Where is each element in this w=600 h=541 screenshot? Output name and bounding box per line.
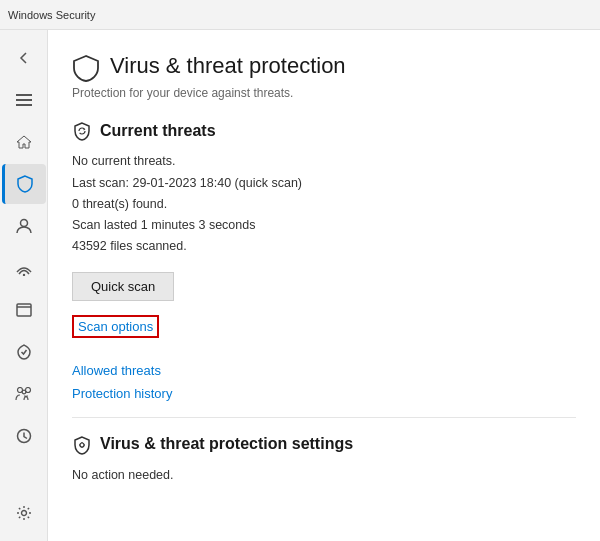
section-title-settings: Virus & threat protection settings <box>100 435 353 453</box>
sidebar-item-settings[interactable] <box>2 493 46 533</box>
allowed-threats-link[interactable]: Allowed threats <box>72 363 576 378</box>
sidebar-item-network[interactable] <box>2 248 46 288</box>
shield-icon <box>17 175 33 193</box>
scan-duration-text: Scan lasted 1 minutes 3 seconds <box>72 215 576 236</box>
svg-rect-1 <box>16 99 32 101</box>
account-icon <box>16 218 32 234</box>
main-content: Virus & threat protection Protection for… <box>48 30 600 541</box>
svg-rect-0 <box>16 94 32 96</box>
threats-icon <box>72 120 92 141</box>
sidebar-item-browser[interactable] <box>2 290 46 330</box>
sidebar-item-history[interactable] <box>2 416 46 456</box>
scan-options-link[interactable]: Scan options <box>72 315 159 338</box>
sidebar-item-back[interactable] <box>2 38 46 78</box>
current-threats-section: Current threats No current threats. Last… <box>72 120 576 401</box>
protection-history-link[interactable]: Protection history <box>72 386 576 401</box>
svg-point-3 <box>20 220 27 227</box>
files-scanned-text: 43592 files scanned. <box>72 236 576 257</box>
svg-rect-2 <box>16 104 32 106</box>
section-header-settings: Virus & threat protection settings <box>72 434 576 455</box>
sidebar-item-device[interactable] <box>2 332 46 372</box>
threat-info: No current threats. Last scan: 29-01-202… <box>72 151 576 257</box>
browser-icon <box>16 303 32 317</box>
threats-found-text: 0 threat(s) found. <box>72 194 576 215</box>
virus-shield-icon <box>72 54 100 82</box>
family-icon <box>15 387 33 401</box>
page-header: Virus & threat protection <box>72 50 576 82</box>
last-scan-text: Last scan: 29-01-2023 18:40 (quick scan) <box>72 173 576 194</box>
section-title-threats: Current threats <box>100 122 216 140</box>
app-layout: Virus & threat protection Protection for… <box>0 30 600 541</box>
titlebar: Windows Security <box>0 0 600 30</box>
settings-subtitle: No action needed. <box>72 465 576 486</box>
page-subtitle: Protection for your device against threa… <box>72 86 576 100</box>
svg-point-12 <box>80 443 84 447</box>
sidebar-item-shield[interactable] <box>2 164 46 204</box>
no-threats-text: No current threats. <box>72 151 576 172</box>
sidebar-item-home[interactable] <box>2 122 46 162</box>
sidebar <box>0 30 48 541</box>
page-header-icon <box>72 50 100 82</box>
svg-point-4 <box>22 274 24 276</box>
svg-rect-5 <box>17 304 31 316</box>
page-title: Virus & threat protection <box>110 53 346 79</box>
network-icon <box>16 260 32 276</box>
shield-settings-icon <box>72 435 92 455</box>
refresh-shield-icon <box>72 121 92 141</box>
history-icon <box>16 428 32 444</box>
menu-icon <box>16 94 32 106</box>
device-icon <box>17 344 31 360</box>
sidebar-item-account[interactable] <box>2 206 46 246</box>
sidebar-item-menu[interactable] <box>2 80 46 120</box>
svg-point-9 <box>22 390 26 394</box>
svg-point-11 <box>21 511 26 516</box>
section-divider <box>72 417 576 418</box>
sidebar-item-family[interactable] <box>2 374 46 414</box>
settings-icon <box>16 505 32 521</box>
settings-section: Virus & threat protection settings No ac… <box>72 434 576 487</box>
section-header-threats: Current threats <box>72 120 576 141</box>
back-icon <box>17 51 31 65</box>
quick-scan-button[interactable]: Quick scan <box>72 272 174 301</box>
home-icon <box>16 134 32 150</box>
settings-section-icon <box>72 434 92 455</box>
titlebar-title: Windows Security <box>8 9 95 21</box>
